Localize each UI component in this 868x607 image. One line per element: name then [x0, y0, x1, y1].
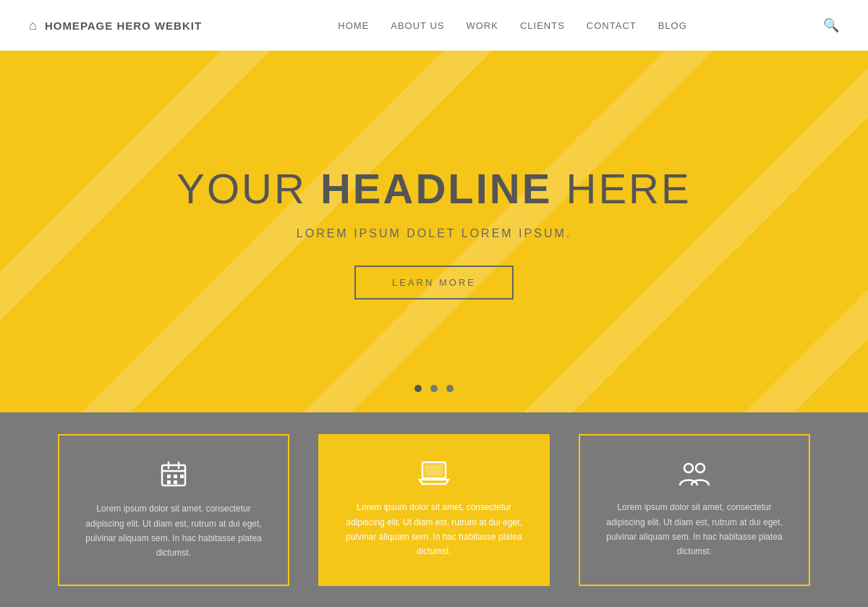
feature-text-2: Lorem ipsum dolor sit amet, consectetur …: [341, 500, 527, 559]
hero-headline: YOUR HEADLINE HERE: [176, 164, 691, 213]
dot-2[interactable]: [430, 385, 438, 392]
calendar-icon: [159, 459, 188, 488]
search-icon[interactable]: 🔍: [823, 17, 839, 33]
navbar: ⌂ HOMEPAGE HERO WEBKIT HOME ABOUT US WOR…: [0, 0, 868, 51]
svg-point-12: [696, 464, 705, 472]
svg-rect-4: [167, 475, 171, 478]
cta-button[interactable]: LEARN MORE: [354, 266, 514, 300]
feature-card-1: Lorem ipsum dolor sit amet, consectetur …: [58, 434, 289, 586]
nav-item-work[interactable]: WORK: [466, 19, 498, 32]
nav-item-clients[interactable]: CLIENTS: [520, 19, 565, 32]
hero-content: YOUR HEADLINE HERE LOREM IPSUM DOLET LOR…: [176, 164, 691, 300]
feature-text-3: Lorem ipsum dolor sit amet, consectetur …: [602, 500, 787, 559]
nav-item-contact[interactable]: CONTACT: [587, 19, 637, 32]
nav-item-about[interactable]: ABOUT US: [391, 19, 444, 32]
nav-item-home[interactable]: HOME: [338, 19, 369, 32]
hero-section: YOUR HEADLINE HERE LOREM IPSUM DOLET LOR…: [0, 51, 868, 412]
svg-rect-8: [174, 480, 177, 484]
svg-rect-7: [167, 480, 171, 484]
feature-text-1: Lorem ipsum dolor sit amet, consectetur …: [81, 501, 266, 561]
hero-dots: [414, 385, 454, 392]
svg-rect-10: [425, 464, 443, 476]
feature-card-3: Lorem ipsum dolor sit amet, consectetur …: [579, 434, 810, 586]
laptop-icon: [418, 461, 450, 487]
users-icon: [677, 461, 712, 487]
svg-rect-6: [180, 475, 184, 478]
nav-item-blog[interactable]: BLOG: [658, 19, 687, 32]
dot-3[interactable]: [446, 385, 454, 392]
features-section: Lorem ipsum dolor sit amet, consectetur …: [0, 412, 868, 607]
svg-rect-5: [174, 475, 177, 478]
headline-post: HERE: [552, 165, 691, 212]
home-icon: ⌂: [29, 18, 38, 33]
headline-pre: YOUR: [176, 165, 320, 212]
nav-menu: HOME ABOUT US WORK CLIENTS CONTACT BLOG: [338, 19, 687, 32]
feature-card-2: Lorem ipsum dolor sit amet, consectetur …: [318, 434, 550, 586]
hero-subtext: LOREM IPSUM DOLET LOREM IPSUM.: [176, 227, 691, 240]
brand: ⌂ HOMEPAGE HERO WEBKIT: [29, 18, 202, 33]
dot-1[interactable]: [414, 385, 422, 392]
svg-point-11: [684, 464, 693, 472]
headline-bold: HEADLINE: [320, 165, 552, 212]
brand-label: HOMEPAGE HERO WEBKIT: [45, 20, 202, 32]
